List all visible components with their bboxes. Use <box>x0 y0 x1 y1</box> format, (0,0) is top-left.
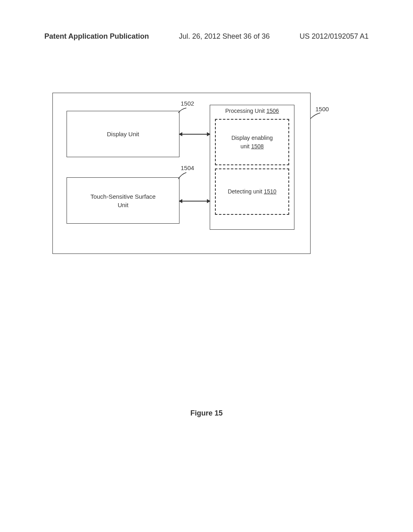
arrow-touch-to-processing <box>179 201 210 202</box>
display-enabling-ref: 1508 <box>251 143 264 150</box>
display-enabling-box: Display enabling unit 1508 <box>215 119 289 165</box>
display-unit-box: Display Unit <box>67 111 179 157</box>
leader-1504-line <box>177 172 187 180</box>
detecting-unit-box: Detecting unit 1510 <box>215 168 289 215</box>
callout-1504: 1504 <box>181 164 194 171</box>
header-center: Jul. 26, 2012 Sheet 36 of 36 <box>179 32 270 41</box>
page-header: Patent Application Publication Jul. 26, … <box>0 32 413 41</box>
header-left: Patent Application Publication <box>44 32 149 41</box>
touch-sensitive-box: Touch-Sensitive Surface Unit <box>67 177 179 224</box>
processing-unit-title: Processing Unit 1506 <box>210 105 294 116</box>
detecting-unit-ref: 1510 <box>264 188 276 195</box>
arrowhead-right-icon <box>207 199 211 203</box>
callout-1502: 1502 <box>181 100 194 107</box>
leader-1502-line <box>177 107 187 114</box>
arrowhead-right-icon <box>207 132 211 136</box>
processing-unit-box: Processing Unit 1506 Display enabling un… <box>210 105 294 230</box>
arrow-display-to-processing <box>179 134 210 135</box>
touch-unit-label: Touch-Sensitive Surface Unit <box>90 192 156 209</box>
leader-1500-line <box>311 112 321 119</box>
figure-label: Figure 15 <box>0 409 413 418</box>
block-diagram: Display Unit Touch-Sensitive Surface Uni… <box>52 93 311 254</box>
arrowhead-left-icon <box>179 132 182 136</box>
processing-unit-ref: 1506 <box>266 108 279 114</box>
display-unit-label: Display Unit <box>107 131 139 137</box>
callout-1500: 1500 <box>315 106 329 112</box>
arrowhead-left-icon <box>179 199 182 203</box>
header-right: US 2012/0192057 A1 <box>300 32 369 41</box>
